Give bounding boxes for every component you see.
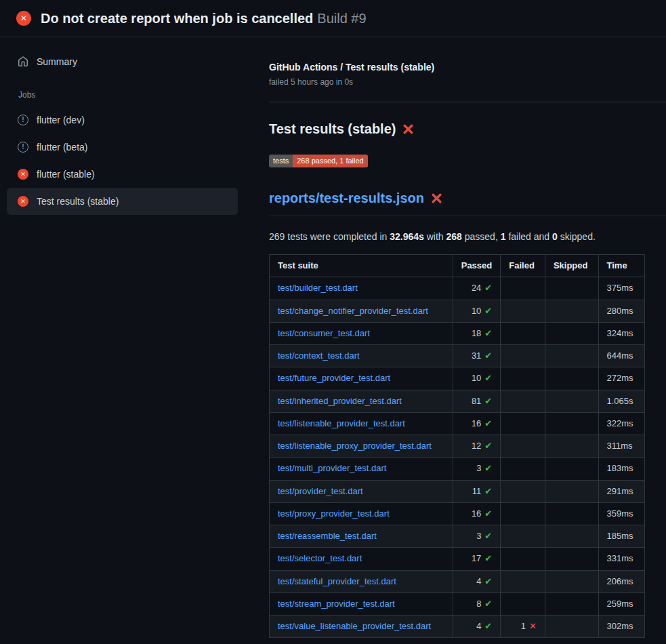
skipped-cell — [545, 525, 598, 548]
table-row: test/reassemble_test.dart 3✔ 185ms — [270, 525, 645, 548]
check-icon: ✔ — [484, 328, 492, 338]
check-icon: ✔ — [484, 306, 492, 316]
skipped-cell — [545, 616, 598, 638]
run-title: Do not create report when job is cancell… — [41, 11, 313, 26]
skipped-cell — [545, 412, 598, 435]
table-row: test/inherited_provider_test.dart 81✔ 1.… — [270, 390, 645, 412]
x-circle-icon: ✕ — [18, 196, 28, 207]
check-icon: ✔ — [484, 463, 492, 473]
passed-cell: 18✔ — [453, 322, 501, 344]
header-passed: Passed — [453, 255, 501, 277]
run-meta: failed 5 hours ago in 0s — [269, 77, 666, 87]
skipped-cell — [545, 458, 598, 480]
table-row: test/builder_test.dart 24✔ 375ms — [270, 277, 645, 300]
time-cell: 359ms — [598, 502, 644, 525]
suite-link[interactable]: test/stream_provider_test.dart — [278, 599, 395, 609]
failed-cell — [501, 592, 545, 615]
passed-cell: 16✔ — [453, 502, 501, 525]
report-link[interactable]: reports/test-results.json — [269, 190, 442, 206]
passed-cell: 31✔ — [453, 345, 501, 367]
failed-cell — [501, 570, 545, 592]
time-cell: 322ms — [598, 412, 644, 435]
job-label: flutter (dev) — [37, 115, 85, 125]
sidebar-job-item[interactable]: ✕ Test results (stable) — [7, 188, 238, 215]
summary-passed: 268 — [446, 231, 462, 242]
suite-link[interactable]: test/listenable_provider_test.dart — [278, 418, 405, 428]
home-icon — [18, 56, 28, 67]
passed-cell: 3✔ — [453, 525, 501, 548]
page-header: ✕ Do not create report when job is cance… — [0, 0, 666, 37]
time-cell: 324ms — [598, 322, 644, 344]
skipped-cell — [545, 548, 598, 570]
suite-link[interactable]: test/consumer_test.dart — [278, 328, 370, 338]
cross-mark-icon — [431, 193, 442, 204]
suite-link[interactable]: test/builder_test.dart — [278, 283, 358, 293]
summary-skipped: 0 — [552, 231, 558, 242]
table-row: test/selector_test.dart 17✔ 331ms — [270, 548, 645, 570]
failed-cell: 1✕ — [501, 616, 545, 638]
failed-cell — [501, 525, 545, 548]
time-cell: 331ms — [598, 548, 644, 570]
time-cell: 272ms — [598, 367, 644, 390]
table-row: test/provider_test.dart 11✔ 291ms — [270, 480, 645, 502]
skipped-cell — [545, 322, 598, 344]
check-icon: ✔ — [484, 508, 492, 519]
results-table: Test suite Passed Failed Skipped Time te… — [269, 254, 645, 638]
suite-link[interactable]: test/value_listenable_provider_test.dart — [278, 621, 431, 631]
x-circle-icon: ✕ — [18, 169, 28, 180]
time-cell: 259ms — [598, 592, 644, 615]
skipped-cell — [545, 300, 598, 322]
check-icon: ✔ — [484, 283, 492, 293]
passed-cell: 81✔ — [453, 390, 501, 412]
time-cell: 183ms — [598, 458, 644, 480]
divider — [269, 102, 666, 102]
suite-link[interactable]: test/selector_test.dart — [278, 553, 362, 563]
badge-label: tests — [269, 155, 293, 167]
build-number: Build #9 — [317, 11, 366, 26]
failed-cell — [501, 412, 545, 435]
sidebar-job-item[interactable]: ! flutter (dev) — [7, 106, 238, 134]
time-cell: 185ms — [598, 525, 644, 548]
suite-link[interactable]: test/change_notifier_provider_test.dart — [278, 306, 428, 316]
table-row: test/stateful_provider_test.dart 4✔ 206m… — [270, 570, 645, 592]
skipped-cell — [545, 367, 598, 390]
passed-cell: 8✔ — [453, 592, 501, 615]
report-heading-wrap: reports/test-results.json — [269, 190, 666, 216]
sidebar-summary-label: Summary — [37, 56, 77, 67]
passed-cell: 24✔ — [453, 277, 501, 300]
suite-link[interactable]: test/listenable_proxy_provider_test.dart — [278, 441, 432, 451]
sidebar-job-item[interactable]: ! flutter (beta) — [7, 134, 238, 161]
job-label: flutter (beta) — [37, 142, 87, 153]
suite-link[interactable]: test/context_test.dart — [278, 350, 360, 361]
skipped-cell — [545, 345, 598, 367]
skipped-cell — [545, 570, 598, 592]
suite-link[interactable]: test/stateful_provider_test.dart — [278, 576, 396, 586]
time-cell: 644ms — [598, 345, 644, 367]
check-icon: ✔ — [484, 553, 492, 563]
table-row: test/context_test.dart 31✔ 644ms — [270, 345, 645, 367]
tests-badge: tests 268 passed, 1 failed — [269, 155, 368, 167]
header-time: Time — [598, 255, 644, 277]
table-row: test/proxy_provider_test.dart 16✔ 359ms — [270, 502, 645, 525]
failed-cell — [501, 548, 545, 570]
check-icon: ✔ — [484, 441, 492, 451]
suite-link[interactable]: test/multi_provider_test.dart — [278, 463, 386, 473]
time-cell: 291ms — [598, 480, 644, 502]
check-icon: ✔ — [484, 621, 492, 631]
suite-link[interactable]: test/proxy_provider_test.dart — [278, 508, 390, 519]
cancelled-icon: ! — [18, 115, 28, 125]
check-icon: ✔ — [484, 531, 492, 541]
sidebar-job-item[interactable]: ✕ flutter (stable) — [7, 161, 238, 188]
time-cell: 206ms — [598, 570, 644, 592]
cancelled-icon: ! — [18, 142, 28, 153]
skipped-cell — [545, 592, 598, 615]
check-icon: ✔ — [484, 576, 492, 586]
sidebar-item-summary[interactable]: Summary — [7, 48, 238, 75]
time-cell: 375ms — [598, 277, 644, 300]
suite-link[interactable]: test/provider_test.dart — [278, 486, 363, 496]
table-row: test/value_listenable_provider_test.dart… — [270, 616, 645, 638]
suite-link[interactable]: test/inherited_provider_test.dart — [278, 396, 402, 406]
time-cell: 1.065s — [598, 390, 644, 412]
suite-link[interactable]: test/future_provider_test.dart — [278, 373, 390, 383]
suite-link[interactable]: test/reassemble_test.dart — [278, 531, 377, 541]
